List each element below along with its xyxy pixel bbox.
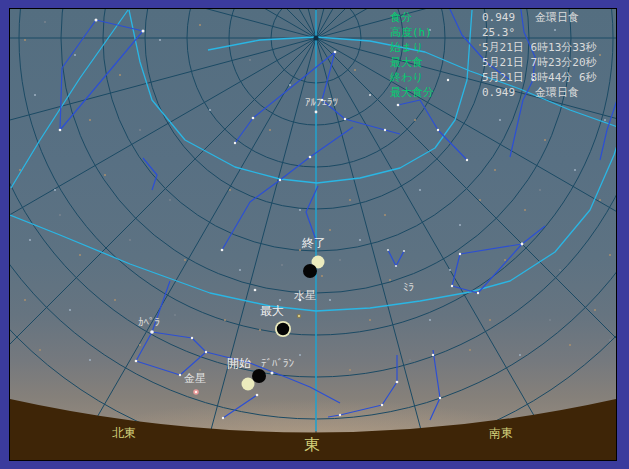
star	[549, 319, 551, 321]
star	[559, 269, 561, 271]
star	[432, 354, 434, 356]
star	[279, 299, 281, 301]
star	[321, 275, 323, 277]
constellation-line	[206, 352, 340, 403]
star	[234, 142, 236, 144]
star	[89, 359, 91, 361]
star	[159, 39, 161, 41]
star	[469, 349, 471, 351]
star	[599, 54, 601, 56]
star	[539, 189, 541, 191]
star	[309, 156, 312, 159]
star	[429, 29, 431, 31]
grid-pole	[314, 36, 319, 41]
star	[321, 99, 324, 102]
venus-core	[195, 391, 198, 394]
star	[339, 414, 341, 416]
star	[229, 189, 231, 191]
star	[271, 372, 274, 375]
star	[544, 139, 546, 141]
star	[299, 299, 302, 302]
sky-view[interactable]	[9, 8, 617, 461]
star	[59, 214, 61, 216]
star	[403, 250, 405, 252]
star	[569, 344, 571, 346]
star	[329, 229, 331, 231]
reference-line	[11, 10, 128, 188]
star	[54, 189, 56, 191]
eclipse-moon	[303, 264, 317, 278]
grid-ray	[316, 38, 616, 266]
star	[254, 289, 257, 292]
star	[74, 54, 76, 56]
star	[459, 224, 461, 226]
star	[387, 249, 389, 251]
star	[199, 24, 201, 26]
star	[439, 397, 441, 399]
star	[299, 354, 301, 356]
constellation-line	[430, 350, 440, 420]
star	[135, 360, 138, 363]
grid-ray	[10, 38, 316, 360]
grid-ray	[10, 9, 316, 38]
constellation-line	[600, 100, 616, 160]
star	[369, 94, 371, 96]
star	[437, 129, 439, 131]
star	[339, 259, 341, 261]
star	[451, 285, 453, 287]
star	[609, 339, 611, 341]
star	[349, 369, 351, 371]
eclipse-moon	[252, 369, 266, 383]
star	[59, 129, 62, 132]
reference-line	[208, 37, 616, 131]
star	[329, 299, 331, 301]
star	[19, 169, 21, 171]
star	[256, 394, 259, 397]
star	[104, 174, 106, 176]
constellation-line	[223, 395, 257, 418]
star	[554, 29, 556, 31]
star	[574, 169, 576, 171]
grid-arc	[10, 9, 616, 419]
star	[384, 214, 386, 216]
star	[259, 329, 261, 331]
star	[299, 249, 301, 251]
star	[594, 309, 596, 311]
star	[499, 119, 501, 121]
planetarium-window: ｱﾙﾌｪﾗﾂｶﾍﾟﾗﾐﾗﾃﾞﾊﾞﾗﾝ水星金星終了最大開始北東東南東 食分0.94…	[0, 0, 629, 469]
star	[69, 309, 71, 311]
star	[119, 74, 121, 76]
grid-ray	[316, 38, 616, 360]
constellation-line	[448, 9, 510, 80]
star	[29, 239, 31, 241]
star	[344, 118, 346, 120]
star	[414, 119, 416, 121]
grid-ray	[10, 9, 316, 38]
star	[289, 84, 291, 86]
ground-horizon	[10, 399, 616, 460]
star	[521, 243, 524, 246]
star	[89, 119, 91, 121]
star	[369, 319, 371, 321]
star	[34, 94, 36, 96]
star	[449, 269, 451, 271]
star	[174, 314, 176, 316]
star	[396, 381, 399, 384]
star	[459, 253, 461, 255]
star	[139, 344, 141, 346]
mercury-core	[298, 315, 300, 317]
star	[252, 117, 255, 120]
star	[39, 349, 41, 351]
star	[409, 359, 411, 361]
star	[524, 209, 526, 211]
star	[139, 129, 141, 131]
star	[249, 59, 251, 61]
star	[315, 111, 318, 114]
star	[334, 51, 337, 54]
grid-ray	[89, 9, 317, 38]
star	[395, 265, 397, 267]
grid-ray	[316, 38, 616, 156]
star	[384, 129, 386, 131]
star	[24, 39, 26, 41]
star	[389, 279, 391, 281]
